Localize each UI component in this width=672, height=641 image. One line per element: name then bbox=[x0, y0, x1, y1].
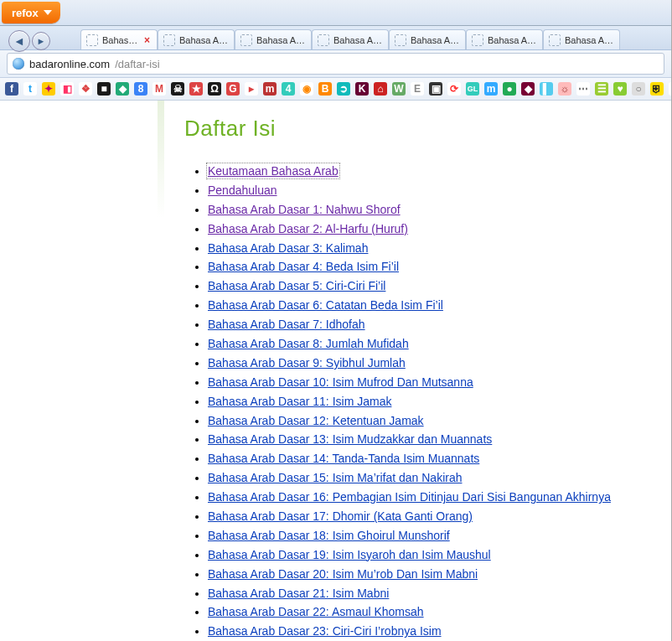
toc-link[interactable]: Bahasa Arab Dasar 2: Al-Harfu (Huruf) bbox=[208, 222, 408, 235]
toc-item: Bahasa Arab Dasar 8: Jumlah Mufidah bbox=[208, 336, 654, 352]
bookmark-icon[interactable]: ⌂ bbox=[374, 82, 387, 96]
toc-item: Bahasa Arab Dasar 22: Asmaul Khomsah bbox=[208, 604, 654, 620]
browser-tab[interactable]: Bahasa Ara... bbox=[543, 29, 620, 49]
toc-item: Bahasa Arab Dasar 5: Ciri-Ciri Fi’il bbox=[208, 278, 654, 294]
bookmark-icon[interactable]: m bbox=[263, 82, 277, 96]
tab-title: Bahasa Ara... bbox=[488, 35, 537, 45]
bookmark-icon[interactable]: ■ bbox=[97, 82, 111, 96]
bookmark-icon[interactable]: ▌ bbox=[540, 82, 553, 96]
toc-item: Keutamaan Bahasa Arab bbox=[208, 163, 654, 179]
bookmark-icon[interactable]: ▸ bbox=[245, 82, 258, 96]
bookmark-icon[interactable]: m bbox=[484, 82, 498, 96]
tab-title: Bahasa A... bbox=[102, 35, 138, 45]
address-bar[interactable]: badaronline.com/daftar-isi bbox=[7, 53, 664, 75]
browser-tab[interactable]: Bahasa Ara... bbox=[235, 29, 312, 49]
bookmark-icon[interactable]: ◆ bbox=[521, 82, 535, 96]
bookmark-icon[interactable]: ☼ bbox=[558, 82, 571, 96]
tab-title: Bahasa Ara... bbox=[411, 35, 460, 45]
bookmark-icon[interactable]: ⋯ bbox=[576, 82, 590, 96]
bookmark-icon[interactable]: G bbox=[226, 82, 240, 96]
browser-tab[interactable]: Bahasa Ara... bbox=[312, 29, 389, 49]
browser-tab[interactable]: Bahasa Ara... bbox=[389, 29, 466, 49]
toc-link[interactable]: Bahasa Arab Dasar 14: Tanda-Tanda Isim M… bbox=[208, 452, 479, 465]
arrow-left-icon: ◄ bbox=[13, 34, 25, 48]
firefox-menu-label: refox bbox=[12, 7, 39, 19]
table-of-contents: Keutamaan Bahasa ArabPendahuluanBahasa A… bbox=[184, 163, 654, 641]
toc-item: Bahasa Arab Dasar 6: Catatan Beda Isim F… bbox=[208, 297, 654, 313]
browser-tab[interactable]: Bahasa Ara... bbox=[466, 29, 543, 49]
bookmark-icon[interactable]: ★ bbox=[189, 82, 203, 96]
toc-link[interactable]: Keutamaan Bahasa Arab bbox=[208, 164, 339, 178]
browser-tab[interactable]: Bahasa A...× bbox=[80, 29, 158, 49]
bookmark-icon[interactable]: ✦ bbox=[42, 82, 55, 96]
bookmark-icon[interactable]: f bbox=[5, 82, 18, 96]
toc-link[interactable]: Bahasa Arab Dasar 6: Catatan Beda Isim F… bbox=[208, 298, 443, 312]
toc-link[interactable]: Bahasa Arab Dasar 5: Ciri-Ciri Fi’il bbox=[208, 279, 385, 292]
url-host: badaronline.com bbox=[29, 58, 110, 70]
bookmark-icon[interactable]: ☰ bbox=[595, 82, 608, 96]
toc-item: Bahasa Arab Dasar 13: Isim Mudzakkar dan… bbox=[208, 432, 654, 447]
page-icon bbox=[549, 34, 561, 46]
chevron-down-icon bbox=[44, 10, 52, 15]
toc-item: Bahasa Arab Dasar 19: Isim Isyaroh dan I… bbox=[208, 547, 654, 563]
arrow-right-icon: ► bbox=[37, 36, 46, 46]
back-button[interactable]: ◄ bbox=[8, 30, 30, 52]
toc-link[interactable]: Bahasa Arab Dasar 22: Asmaul Khomsah bbox=[208, 605, 424, 618]
bookmark-icon[interactable]: t bbox=[23, 82, 37, 96]
bookmark-icon[interactable]: ♥ bbox=[613, 82, 627, 96]
toc-link[interactable]: Bahasa Arab Dasar 23: Ciri-Ciri I’robnya… bbox=[208, 624, 442, 638]
toc-link[interactable]: Bahasa Arab Dasar 12: Ketentuan Jamak bbox=[208, 414, 424, 427]
bookmark-icon[interactable]: ● bbox=[503, 82, 516, 96]
tab-title: Bahasa Ara... bbox=[179, 35, 229, 45]
bookmark-icon[interactable]: 4 bbox=[282, 82, 295, 96]
toc-link[interactable]: Bahasa Arab Dasar 7: Idhofah bbox=[208, 318, 365, 331]
bookmark-icon[interactable]: GL bbox=[466, 82, 479, 96]
toc-link[interactable]: Bahasa Arab Dasar 11: Isim Jamak bbox=[208, 395, 391, 408]
toc-link[interactable]: Bahasa Arab Dasar 15: Isim Ma’rifat dan … bbox=[208, 471, 462, 484]
toc-link[interactable]: Bahasa Arab Dasar 9: Syibhul Jumlah bbox=[208, 356, 406, 370]
toc-link[interactable]: Pendahuluan bbox=[208, 184, 277, 197]
toc-link[interactable]: Bahasa Arab Dasar 4: Beda Isim Fi’il bbox=[208, 260, 399, 273]
bookmark-icon[interactable]: M bbox=[152, 82, 166, 96]
page-icon bbox=[86, 34, 98, 46]
close-icon[interactable]: × bbox=[142, 34, 152, 46]
bookmark-icon[interactable]: ◉ bbox=[300, 82, 313, 96]
page-icon bbox=[318, 34, 329, 46]
page-icon bbox=[472, 34, 483, 46]
bookmark-icon[interactable]: 8 bbox=[134, 82, 147, 96]
toc-link[interactable]: Bahasa Arab Dasar 1: Nahwu Shorof bbox=[208, 203, 401, 216]
url-path: /daftar-isi bbox=[115, 58, 159, 70]
forward-button[interactable]: ► bbox=[32, 32, 50, 50]
browser-tab[interactable]: Bahasa Ara... bbox=[158, 29, 235, 49]
toc-link[interactable]: Bahasa Arab Dasar 19: Isim Isyaroh dan I… bbox=[208, 548, 491, 561]
bookmark-icon[interactable]: Ω bbox=[208, 82, 221, 96]
toc-link[interactable]: Bahasa Arab Dasar 21: Isim Mabni bbox=[208, 587, 389, 600]
bookmark-icon[interactable]: B bbox=[318, 82, 332, 96]
bookmark-icon[interactable]: ⟳ bbox=[447, 82, 461, 96]
bookmark-icon[interactable]: ❖ bbox=[79, 82, 92, 96]
bookmark-icon[interactable]: ○ bbox=[632, 82, 645, 96]
bookmark-icon[interactable]: ⛨ bbox=[650, 82, 664, 96]
toc-link[interactable]: Bahasa Arab Dasar 17: Dhomir (Kata Ganti… bbox=[208, 509, 473, 523]
toc-link[interactable]: Bahasa Arab Dasar 3: Kalimah bbox=[208, 241, 368, 255]
toc-link[interactable]: Bahasa Arab Dasar 16: Pembagian Isim Dit… bbox=[208, 490, 611, 504]
bookmark-icon[interactable]: E bbox=[411, 82, 424, 96]
toc-link[interactable]: Bahasa Arab Dasar 20: Isim Mu’rob Dan Is… bbox=[208, 567, 478, 581]
bookmark-icon[interactable]: ◆ bbox=[116, 82, 129, 96]
toc-link[interactable]: Bahasa Arab Dasar 13: Isim Mudzakkar dan… bbox=[208, 432, 492, 446]
toc-link[interactable]: Bahasa Arab Dasar 18: Isim Ghoirul Munsh… bbox=[208, 529, 450, 542]
bookmark-icon[interactable]: ▣ bbox=[429, 82, 442, 96]
toc-item: Bahasa Arab Dasar 10: Isim Mufrod Dan Mu… bbox=[208, 375, 654, 390]
toc-link[interactable]: Bahasa Arab Dasar 8: Jumlah Mufidah bbox=[208, 337, 409, 350]
bookmark-icon[interactable]: ◧ bbox=[60, 82, 74, 96]
toc-link[interactable]: Bahasa Arab Dasar 10: Isim Mufrod Dan Mu… bbox=[208, 375, 473, 389]
firefox-menu-button[interactable]: refox bbox=[2, 2, 60, 23]
page-icon bbox=[395, 34, 406, 46]
tab-strip: ◄ ► Bahasa A...×Bahasa Ara...Bahasa Ara.… bbox=[0, 26, 671, 50]
bookmark-icon[interactable]: K bbox=[355, 82, 369, 96]
bookmark-icon[interactable]: ➲ bbox=[337, 82, 350, 96]
bookmark-icon[interactable]: ☠ bbox=[171, 82, 184, 96]
toc-item: Bahasa Arab Dasar 12: Ketentuan Jamak bbox=[208, 413, 654, 429]
bookmark-icon[interactable]: S bbox=[669, 82, 671, 96]
bookmark-icon[interactable]: W bbox=[392, 82, 406, 96]
